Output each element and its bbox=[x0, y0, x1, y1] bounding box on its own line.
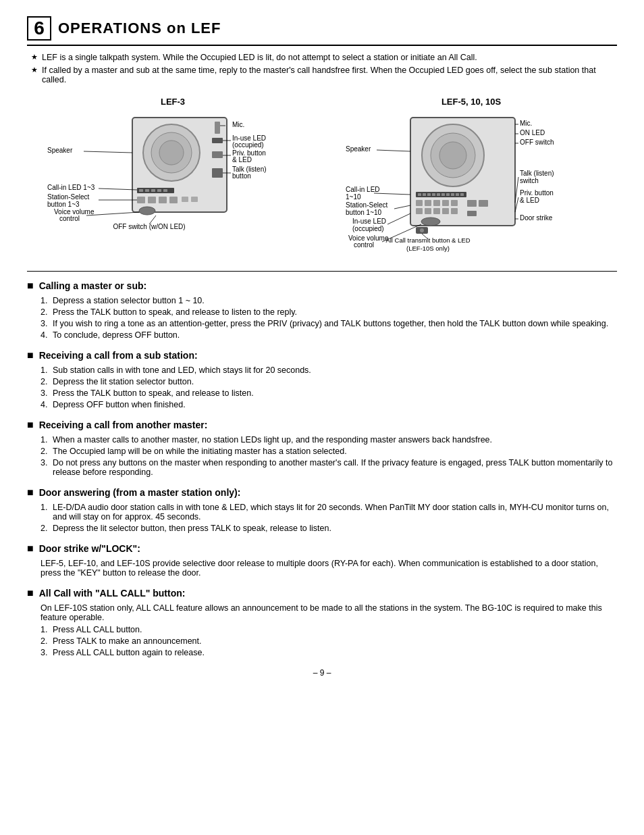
lef3-mic-label: Mic. bbox=[232, 121, 244, 128]
receiving-master-title: Receiving a call from another master: bbox=[27, 419, 617, 431]
section-calling-master: Calling a master or sub: Depress a stati… bbox=[27, 280, 617, 340]
svg-line-27 bbox=[86, 212, 139, 216]
svg-point-63 bbox=[421, 218, 440, 226]
lef5-offswitch-label: OFF switch bbox=[520, 138, 554, 146]
section-receiving-master: Receiving a call from another master: Wh… bbox=[27, 419, 617, 477]
lef5-speaker-label: Speaker bbox=[346, 145, 371, 153]
svg-text:(occupied): (occupied) bbox=[232, 141, 264, 149]
svg-rect-12 bbox=[157, 189, 161, 192]
svg-rect-53 bbox=[442, 200, 449, 206]
door-answering-list: LE-D/DA audio door station calls in with… bbox=[41, 503, 617, 533]
all-call-item-1: Press ALL CALL button. bbox=[41, 625, 617, 634]
svg-rect-40 bbox=[418, 193, 421, 196]
receiving-master-item-1: When a master calls to another master, n… bbox=[41, 435, 617, 445]
section-all-call: All Call with "ALL CALL" button: On LEF-… bbox=[27, 587, 617, 657]
receiving-sub-title: Receiving a call from a sub station: bbox=[27, 349, 617, 361]
lef5-talk-label: Talk (listen) bbox=[520, 170, 554, 177]
receiving-sub-item-2: Depress the lit station selector button. bbox=[41, 377, 617, 386]
svg-rect-49 bbox=[460, 193, 464, 196]
door-strike-title: Door strike w/"LOCK": bbox=[27, 542, 617, 555]
calling-master-item-2: Press the TALK button to speak, and rele… bbox=[41, 307, 617, 317]
svg-line-22 bbox=[84, 151, 132, 153]
svg-point-3 bbox=[159, 141, 184, 165]
receiving-master-item-3: Do not press any buttons on the master w… bbox=[41, 458, 617, 477]
svg-rect-44 bbox=[437, 193, 440, 196]
lef3-title: LEF-3 bbox=[45, 97, 301, 107]
page-number: – 9 – bbox=[27, 668, 617, 678]
svg-rect-46 bbox=[446, 193, 450, 196]
lef5-onled-label: ON LED bbox=[520, 129, 545, 136]
lef3-callin-led-label: Call-in LED 1~3 bbox=[47, 184, 95, 191]
svg-rect-13 bbox=[163, 189, 167, 192]
section-door-strike: Door strike w/"LOCK": LEF-5, LEF-10, and… bbox=[27, 542, 617, 578]
svg-text:control: control bbox=[59, 215, 80, 222]
all-call-title: All Call with "ALL CALL" button: bbox=[27, 587, 617, 599]
svg-line-70 bbox=[394, 205, 410, 209]
svg-text:& LED: & LED bbox=[520, 197, 539, 204]
door-answering-item-2: Depress the lit selector button, then pr… bbox=[41, 524, 617, 533]
svg-rect-14 bbox=[137, 197, 145, 203]
intro-bullets: LEF is a single talkpath system. While t… bbox=[34, 53, 617, 84]
lef3-speaker-label: Speaker bbox=[47, 147, 73, 154]
diagrams-area: LEF-3 bbox=[27, 97, 617, 261]
svg-rect-15 bbox=[148, 197, 156, 203]
svg-line-68 bbox=[374, 193, 410, 195]
intro-bullet-2: If called by a master and sub at the sam… bbox=[34, 66, 617, 84]
all-call-intro: On LEF-10S station only, ALL CALL featur… bbox=[41, 603, 617, 622]
svg-rect-19 bbox=[191, 197, 198, 202]
svg-text:button: button bbox=[232, 172, 251, 180]
lef5-inuse-label: In-use LED bbox=[352, 218, 386, 225]
svg-line-23 bbox=[99, 188, 137, 190]
svg-rect-45 bbox=[441, 193, 445, 196]
receiving-master-item-2: The Occupied lamp will be on while the i… bbox=[41, 447, 617, 456]
svg-rect-43 bbox=[432, 193, 435, 196]
all-call-item-2: Press TALK to make an announcement. bbox=[41, 636, 617, 646]
lef3-station-select-label: Station-Select bbox=[47, 193, 89, 201]
svg-rect-7 bbox=[212, 168, 223, 178]
svg-text:switch: switch bbox=[520, 177, 539, 184]
receiving-sub-item-4: Depress OFF button when finished. bbox=[41, 400, 617, 409]
svg-point-20 bbox=[139, 207, 155, 215]
lef5-callin-label: Call-in LED bbox=[346, 186, 380, 193]
lef5-station-label: Station-Select bbox=[346, 201, 387, 209]
svg-rect-61 bbox=[479, 200, 488, 207]
svg-text:control: control bbox=[354, 241, 374, 249]
lef5-title: LEF-5, 10, 10S bbox=[343, 97, 599, 107]
receiving-sub-list: Sub station calls in with tone and LED, … bbox=[41, 365, 617, 409]
svg-rect-59 bbox=[451, 208, 458, 214]
lef5-svg: Speaker Call-in LED 1~10 Station-Select … bbox=[343, 111, 599, 259]
svg-line-66 bbox=[377, 150, 410, 151]
lef5-diagram: LEF-5, 10, 10S bbox=[343, 97, 599, 261]
all-call-list: Press ALL CALL button. Press TALK to mak… bbox=[41, 625, 617, 657]
svg-rect-18 bbox=[182, 197, 188, 202]
lef5-allcall-label: All Call transmit button & LED bbox=[385, 236, 470, 244]
door-answering-item-1: LE-D/DA audio door station calls in with… bbox=[41, 503, 617, 522]
receiving-sub-item-3: Press the TALK button to speak, and rele… bbox=[41, 388, 617, 398]
svg-rect-9 bbox=[139, 189, 143, 192]
svg-text:button 1~10: button 1~10 bbox=[346, 209, 382, 216]
intro-bullet-1: LEF is a single talkpath system. While t… bbox=[34, 53, 617, 62]
svg-rect-10 bbox=[145, 189, 149, 192]
svg-rect-42 bbox=[427, 193, 431, 196]
svg-rect-5 bbox=[212, 138, 223, 143]
svg-rect-56 bbox=[425, 208, 431, 214]
lef3-svg: OFF switch (w/ON LED) Speaker Call-in LE… bbox=[45, 111, 301, 253]
section-door-answering: Door answering (from a master station on… bbox=[27, 486, 617, 533]
svg-rect-48 bbox=[456, 193, 459, 196]
lef3-diagram: LEF-3 bbox=[45, 97, 301, 255]
svg-rect-58 bbox=[442, 208, 449, 214]
door-answering-title: Door answering (from a master station on… bbox=[27, 486, 617, 499]
section-number: 6 bbox=[27, 16, 51, 41]
svg-rect-52 bbox=[433, 200, 440, 206]
svg-rect-60 bbox=[467, 200, 477, 207]
svg-text:& LED: & LED bbox=[232, 156, 252, 163]
svg-line-72 bbox=[387, 213, 410, 224]
svg-text:(LEF-10S only): (LEF-10S only) bbox=[406, 245, 450, 252]
svg-rect-41 bbox=[423, 193, 426, 196]
receiving-sub-item-1: Sub station calls in with tone and LED, … bbox=[41, 365, 617, 375]
svg-rect-57 bbox=[433, 208, 440, 214]
svg-point-38 bbox=[439, 142, 466, 169]
svg-rect-51 bbox=[425, 200, 431, 206]
lef5-doorstrike-label: Door strike bbox=[520, 214, 553, 222]
door-strike-text: LEF-5, LEF-10, and LEF-10S provide selec… bbox=[41, 559, 617, 578]
